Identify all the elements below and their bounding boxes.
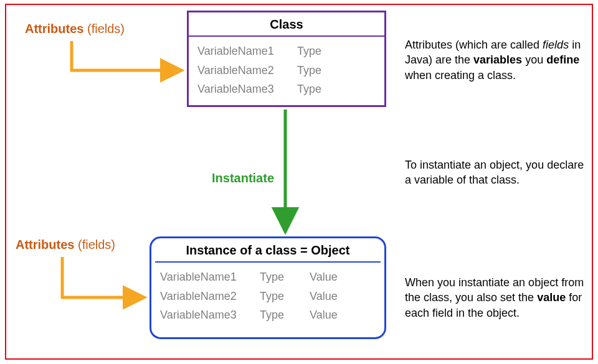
var-name: VariableName2 (160, 287, 260, 306)
var-name: VariableName1 (160, 268, 260, 287)
paragraph-attributes: Attributes (which are called fields in J… (405, 37, 586, 83)
var-type: Type (260, 287, 310, 306)
paragraph-instantiate: To instantiate an object, you declare a … (405, 157, 586, 188)
diagram-canvas: Attributes (fields) Attributes (fields) … (0, 0, 598, 364)
class-box: Class VariableName1 Type VariableName2 T… (187, 11, 386, 107)
instance-box-rows: VariableName1 Type Value VariableName2 T… (151, 263, 384, 330)
class-row: VariableName3 Type (197, 80, 376, 99)
var-type: Type (260, 306, 310, 325)
attributes-label-top: Attributes (fields) (25, 22, 125, 36)
var-value: Value (310, 268, 359, 287)
var-name: VariableName2 (197, 61, 297, 80)
var-type: Type (260, 268, 310, 287)
instance-row: VariableName2 Type Value (160, 287, 376, 306)
var-type: Type (297, 61, 347, 80)
var-name: VariableName3 (197, 80, 297, 99)
class-row: VariableName2 Type (197, 61, 376, 80)
instance-box-title: Instance of a class = Object (151, 238, 384, 261)
instantiate-label: Instantiate (212, 171, 274, 185)
class-box-rows: VariableName1 Type VariableName2 Type Va… (189, 37, 384, 104)
var-name: VariableName1 (197, 42, 297, 61)
instance-row: VariableName1 Type Value (160, 268, 376, 287)
attributes-label-bottom: Attributes (fields) (16, 238, 115, 252)
var-value: Value (310, 287, 359, 306)
instance-row: VariableName3 Type Value (160, 306, 376, 325)
instance-box: Instance of a class = Object VariableNam… (150, 236, 386, 339)
class-box-title: Class (189, 12, 384, 35)
var-name: VariableName3 (160, 306, 260, 325)
paragraph-value: When you instantiate an object from the … (405, 275, 586, 320)
class-row: VariableName1 Type (197, 42, 376, 61)
var-value: Value (310, 306, 359, 325)
var-type: Type (297, 42, 347, 61)
var-type: Type (297, 80, 347, 99)
